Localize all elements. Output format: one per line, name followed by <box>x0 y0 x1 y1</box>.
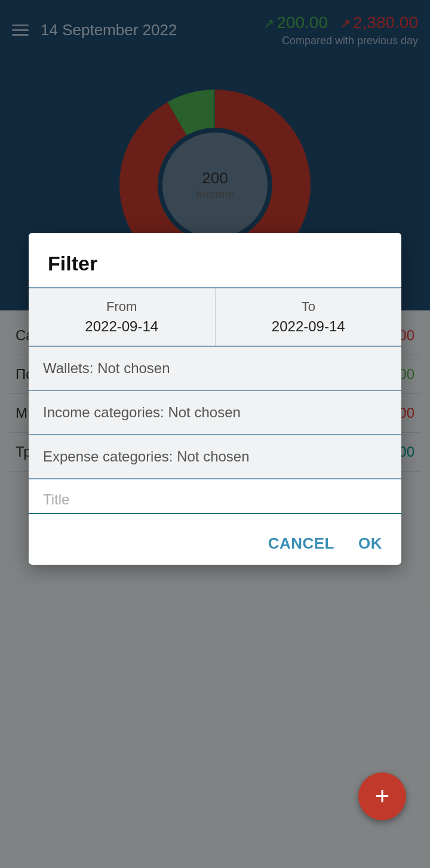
title-field-row[interactable] <box>29 479 401 514</box>
income-categories-label: Income categories: Not chosen <box>43 404 241 420</box>
date-to-label: To <box>222 299 396 315</box>
ok-button[interactable]: OK <box>358 534 382 553</box>
date-to-value: 2022-09-14 <box>222 318 396 335</box>
plus-icon: + <box>375 784 390 809</box>
title-input[interactable] <box>43 491 387 508</box>
add-transaction-button[interactable]: + <box>358 772 406 820</box>
filter-fields: From 2022-09-14 To 2022-09-14 Wallets: N… <box>29 287 401 520</box>
filter-dialog: Filter From 2022-09-14 To 2022-09-14 Wal… <box>29 233 401 565</box>
income-categories-field[interactable]: Income categories: Not chosen <box>29 391 401 435</box>
cancel-button[interactable]: CANCEL <box>268 534 334 553</box>
wallets-field[interactable]: Wallets: Not chosen <box>29 347 401 391</box>
date-range-row[interactable]: From 2022-09-14 To 2022-09-14 <box>29 287 401 347</box>
expense-categories-label: Expense categories: Not chosen <box>43 448 250 464</box>
date-from-cell[interactable]: From 2022-09-14 <box>29 288 216 346</box>
date-from-label: From <box>35 299 209 315</box>
dialog-title: Filter <box>29 233 401 287</box>
dialog-actions: CANCEL OK <box>29 520 401 559</box>
expense-categories-field[interactable]: Expense categories: Not chosen <box>29 435 401 479</box>
wallets-label: Wallets: Not chosen <box>43 360 170 376</box>
date-to-cell[interactable]: To 2022-09-14 <box>216 288 402 346</box>
date-from-value: 2022-09-14 <box>35 318 209 335</box>
